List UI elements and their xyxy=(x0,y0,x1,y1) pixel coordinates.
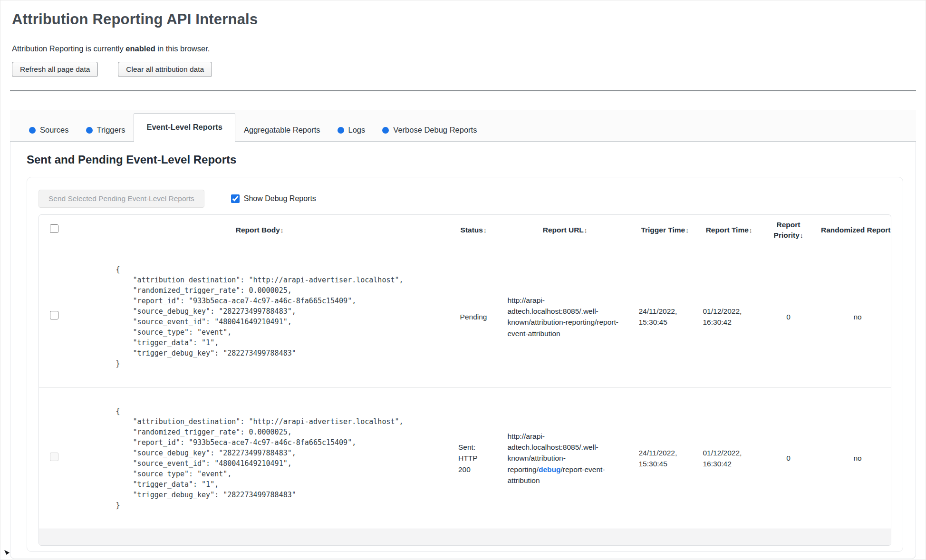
select-all-header-cell xyxy=(39,215,69,246)
page-title: Attribution Reporting API Internals xyxy=(12,11,914,28)
api-status-line: Attribution Reporting is currently enabl… xyxy=(12,44,914,53)
status-suffix: in this browser. xyxy=(155,44,210,53)
trigger-time-cell: 24/11/2022, 15:30:45 xyxy=(633,387,697,529)
show-debug-reports-toggle[interactable]: Show Debug Reports xyxy=(231,194,316,203)
clear-all-button[interactable]: Clear all attribution data xyxy=(118,62,212,77)
table-footer-row xyxy=(39,529,891,545)
tab-triggers[interactable]: Triggers xyxy=(77,119,134,141)
column-header-randomized-report[interactable]: Randomized Report↕ xyxy=(816,215,891,246)
tab-logs[interactable]: Logs xyxy=(329,119,374,141)
sort-icon: ↕ xyxy=(800,232,803,239)
debug-path-highlight: debug xyxy=(539,465,561,473)
show-debug-reports-label: Show Debug Reports xyxy=(244,194,316,203)
tab-sources[interactable]: Sources xyxy=(20,119,77,141)
report-body-cell: { "attribution_destination": "http://ara… xyxy=(69,387,450,529)
column-header-status[interactable]: Status↕ xyxy=(450,215,497,246)
trigger-time-cell: 24/11/2022, 15:30:45 xyxy=(633,246,697,387)
randomized-report-cell: no xyxy=(816,246,891,387)
select-all-checkbox[interactable] xyxy=(50,224,58,233)
sort-icon: ↕ xyxy=(280,227,284,234)
tab-event-level-reports[interactable]: Event-Level Reports xyxy=(134,113,235,142)
report-url-text: http://arapi-adtech.localhost:8085/.well… xyxy=(508,431,623,486)
report-time-cell: 01/12/2022, 16:30:42 xyxy=(697,387,761,529)
sort-icon: ↕ xyxy=(584,227,588,234)
reports-table-container: Report Body↕ Status↕ Report URL↕ Trigger… xyxy=(39,214,891,546)
table-header-row: Report Body↕ Status↕ Report URL↕ Trigger… xyxy=(39,215,891,246)
report-time-cell: 01/12/2022, 16:30:42 xyxy=(697,246,761,387)
row-select-cell xyxy=(39,387,69,529)
column-header-report-time[interactable]: Report Time↕ xyxy=(697,215,761,246)
sort-icon: ↕ xyxy=(483,227,487,234)
report-url-text: http://arapi-adtech.localhost:8085/.well… xyxy=(508,295,623,339)
tab-label: Verbose Debug Reports xyxy=(393,126,477,135)
report-priority-cell: 0 xyxy=(761,246,816,387)
sort-icon: ↕ xyxy=(891,227,891,234)
blue-dot-icon xyxy=(338,127,344,134)
refresh-all-button[interactable]: Refresh all page data xyxy=(12,62,98,77)
report-body-json: { "attribution_destination": "http://ara… xyxy=(116,406,403,511)
column-header-report-url[interactable]: Report URL↕ xyxy=(497,215,633,246)
row-select-cell xyxy=(39,246,69,387)
section-heading: Sent and Pending Event-Level Reports xyxy=(27,153,903,166)
report-url-cell: http://arapi-adtech.localhost:8085/.well… xyxy=(497,246,633,387)
sort-icon: ↕ xyxy=(685,227,689,234)
report-row-pending: { "attribution_destination": "http://ara… xyxy=(39,246,891,387)
report-priority-cell: 0 xyxy=(761,387,816,529)
status-cell: Sent: HTTP 200 xyxy=(450,387,497,529)
tab-label: Event-Level Reports xyxy=(146,123,222,132)
column-header-report-priority[interactable]: Report Priority↕ xyxy=(761,215,816,246)
table-footer-strip xyxy=(39,529,891,545)
report-body-cell: { "attribution_destination": "http://ara… xyxy=(69,246,450,387)
tab-aggregatable-reports[interactable]: Aggregatable Reports xyxy=(235,119,329,141)
tab-label: Aggregatable Reports xyxy=(244,126,320,135)
tab-box: Sources Triggers Event-Level Reports Agg… xyxy=(10,110,916,559)
header-divider xyxy=(10,90,916,91)
mouse-cursor-icon xyxy=(4,550,10,555)
sort-icon: ↕ xyxy=(749,227,752,234)
status-cell: Pending xyxy=(450,246,497,387)
blue-dot-icon xyxy=(382,127,389,134)
column-header-trigger-time[interactable]: Trigger Time↕ xyxy=(633,215,697,246)
send-selected-reports-button[interactable]: Send Selected Pending Event-Level Report… xyxy=(39,190,204,208)
panel-controls: Send Selected Pending Event-Level Report… xyxy=(39,190,891,208)
status-prefix: Attribution Reporting is currently xyxy=(12,44,125,53)
show-debug-reports-checkbox[interactable] xyxy=(231,194,240,203)
report-row-sent: { "attribution_destination": "http://ara… xyxy=(39,387,891,529)
top-button-row: Refresh all page data Clear all attribut… xyxy=(12,62,914,77)
tab-panel-event-level-reports: Sent and Pending Event-Level Reports Sen… xyxy=(10,142,916,559)
report-body-json: { "attribution_destination": "http://ara… xyxy=(116,264,403,369)
randomized-report-cell: no xyxy=(816,387,891,529)
column-header-report-body[interactable]: Report Body↕ xyxy=(69,215,450,246)
report-url-cell: http://arapi-adtech.localhost:8085/.well… xyxy=(497,387,633,529)
row-select-checkbox-disabled xyxy=(50,453,58,461)
status-enabled-text: enabled xyxy=(125,44,155,53)
blue-dot-icon xyxy=(86,127,93,134)
tab-label: Logs xyxy=(348,126,366,135)
reports-table: Report Body↕ Status↕ Report URL↕ Trigger… xyxy=(39,215,891,545)
tab-verbose-debug-reports[interactable]: Verbose Debug Reports xyxy=(374,119,485,141)
tab-label: Sources xyxy=(40,126,69,135)
tab-label: Triggers xyxy=(97,126,125,135)
page-header: Attribution Reporting API Internals Attr… xyxy=(0,11,926,77)
tab-strip: Sources Triggers Event-Level Reports Agg… xyxy=(10,110,916,142)
row-select-checkbox[interactable] xyxy=(50,311,58,319)
reports-panel: Send Selected Pending Event-Level Report… xyxy=(27,177,903,552)
attribution-internals-page: Attribution Reporting API Internals Attr… xyxy=(0,0,926,559)
blue-dot-icon xyxy=(29,127,36,134)
